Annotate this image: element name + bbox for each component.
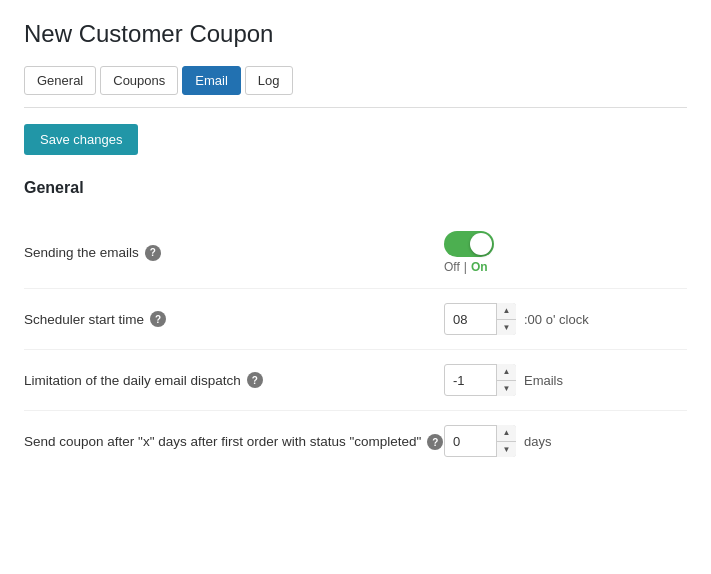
sending-emails-label: Sending the emails ? bbox=[24, 245, 444, 261]
scheduler-start-label: Scheduler start time ? bbox=[24, 311, 444, 327]
toggle-thumb bbox=[470, 233, 492, 255]
section-title-general: General bbox=[24, 179, 687, 197]
daily-limit-help-icon[interactable]: ? bbox=[247, 372, 263, 388]
send-coupon-spinner-buttons: ▲ ▼ bbox=[496, 425, 516, 457]
send-coupon-control: ▲ ▼ days bbox=[444, 425, 551, 457]
sending-emails-control: Off | On bbox=[444, 231, 494, 274]
daily-limit-unit: Emails bbox=[524, 373, 563, 388]
send-coupon-label: Send coupon after "x" days after first o… bbox=[24, 432, 444, 450]
daily-limit-up[interactable]: ▲ bbox=[497, 364, 516, 381]
tab-bar: General Coupons Email Log bbox=[24, 66, 687, 95]
toggle-track bbox=[444, 231, 494, 257]
scheduler-start-up[interactable]: ▲ bbox=[497, 303, 516, 320]
toggle-separator: | bbox=[464, 260, 467, 274]
daily-limit-row: Limitation of the daily email dispatch ?… bbox=[24, 350, 687, 411]
toggle-on-label: On bbox=[471, 260, 488, 274]
send-coupon-up[interactable]: ▲ bbox=[497, 425, 516, 442]
toggle-wrapper: Off | On bbox=[444, 231, 494, 274]
daily-limit-label: Limitation of the daily email dispatch ? bbox=[24, 372, 444, 388]
send-coupon-unit: days bbox=[524, 434, 551, 449]
send-coupon-help-icon[interactable]: ? bbox=[427, 434, 443, 450]
general-section: General Sending the emails ? Off | On bbox=[24, 179, 687, 471]
send-coupon-down[interactable]: ▼ bbox=[497, 442, 516, 458]
sending-emails-row: Sending the emails ? Off | On bbox=[24, 217, 687, 289]
send-coupon-spinner: ▲ ▼ bbox=[444, 425, 516, 457]
tab-email[interactable]: Email bbox=[182, 66, 241, 95]
spinner-buttons: ▲ ▼ bbox=[496, 303, 516, 335]
scheduler-start-unit: :00 o' clock bbox=[524, 312, 589, 327]
daily-limit-down[interactable]: ▼ bbox=[497, 381, 516, 397]
tab-divider bbox=[24, 107, 687, 108]
tab-coupons[interactable]: Coupons bbox=[100, 66, 178, 95]
sending-emails-help-icon[interactable]: ? bbox=[145, 245, 161, 261]
send-coupon-row: Send coupon after "x" days after first o… bbox=[24, 411, 687, 471]
scheduler-start-control: ▲ ▼ :00 o' clock bbox=[444, 303, 589, 335]
page-title: New Customer Coupon bbox=[24, 20, 687, 48]
scheduler-start-spinner: ▲ ▼ bbox=[444, 303, 516, 335]
scheduler-start-down[interactable]: ▼ bbox=[497, 320, 516, 336]
scheduler-start-help-icon[interactable]: ? bbox=[150, 311, 166, 327]
toggle-labels: Off | On bbox=[444, 260, 488, 274]
sending-emails-toggle[interactable] bbox=[444, 231, 494, 257]
daily-limit-spinner: ▲ ▼ bbox=[444, 364, 516, 396]
scheduler-start-row: Scheduler start time ? ▲ ▼ :00 o' clock bbox=[24, 289, 687, 350]
save-button[interactable]: Save changes bbox=[24, 124, 138, 155]
daily-limit-control: ▲ ▼ Emails bbox=[444, 364, 563, 396]
tab-log[interactable]: Log bbox=[245, 66, 293, 95]
daily-limit-spinner-buttons: ▲ ▼ bbox=[496, 364, 516, 396]
tab-general[interactable]: General bbox=[24, 66, 96, 95]
toggle-off-label: Off bbox=[444, 260, 460, 274]
